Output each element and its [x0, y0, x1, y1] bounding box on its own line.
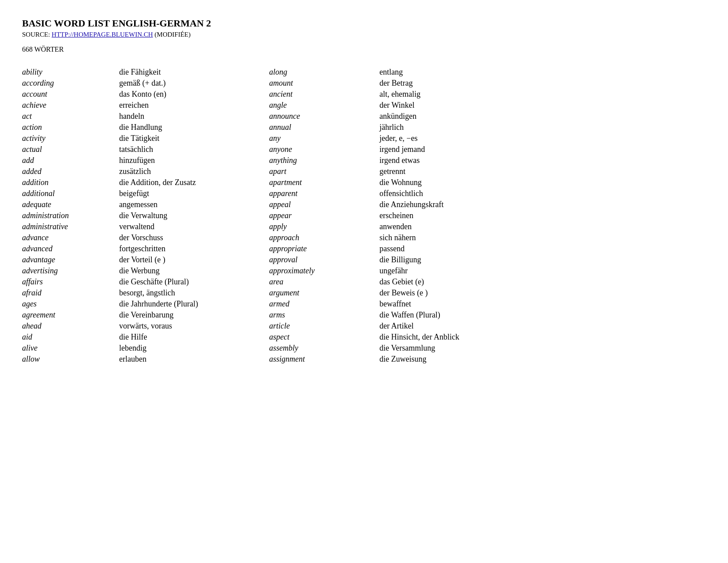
word-de-left: tatsächlich — [119, 145, 269, 154]
word-en-right: annual — [269, 123, 379, 132]
word-en-left: affairs — [22, 277, 119, 287]
source-link[interactable]: HTTP://HOMEPAGE.BLUEWIN.CH — [52, 31, 153, 38]
word-de-left: verwaltend — [119, 222, 269, 231]
word-en-right: approval — [269, 255, 379, 264]
word-en-left: act — [22, 112, 119, 121]
word-de-left: die Hilfe — [119, 333, 269, 342]
word-en-left: aid — [22, 333, 119, 342]
word-en-right: any — [269, 134, 379, 143]
word-de-left: die Verwaltung — [119, 211, 269, 220]
word-en-right: armed — [269, 299, 379, 309]
word-de-right: jeder, e, −es — [379, 134, 706, 143]
word-de-right: die Wohnung — [379, 178, 706, 187]
word-en-right: approach — [269, 233, 379, 242]
source-suffix: (MODIFIÉE) — [153, 31, 191, 38]
word-en-right: apply — [269, 222, 379, 231]
word-en-left: afraid — [22, 288, 119, 298]
word-de-right: die Hinsicht, der Anblick — [379, 333, 706, 342]
word-de-right: ungefähr — [379, 266, 706, 276]
word-en-right: assembly — [269, 344, 379, 353]
word-de-right: die Zuweisung — [379, 355, 706, 364]
word-de-left: zusätzlich — [119, 167, 269, 176]
word-de-right: sich nähern — [379, 233, 706, 242]
word-en-right: ancient — [269, 90, 379, 99]
word-de-left: die Fähigkeit — [119, 68, 269, 77]
word-en-right: anything — [269, 156, 379, 165]
word-de-right: bewaffnet — [379, 299, 706, 309]
word-en-left: alive — [22, 344, 119, 353]
word-en-right: arms — [269, 310, 379, 320]
word-de-left: der Vorschuss — [119, 233, 269, 242]
word-en-left: adequate — [22, 200, 119, 209]
word-en-left: advertising — [22, 266, 119, 276]
word-de-left: lebendig — [119, 344, 269, 353]
word-de-left: beigefügt — [119, 189, 269, 198]
word-en-left: advantage — [22, 255, 119, 264]
word-de-left: erreichen — [119, 101, 269, 110]
word-en-right: apparent — [269, 189, 379, 198]
word-en-left: administrative — [22, 222, 119, 231]
word-de-right: erscheinen — [379, 211, 706, 220]
word-en-right: appear — [269, 211, 379, 220]
word-de-right: irgend jemand — [379, 145, 706, 154]
word-en-right: approximately — [269, 266, 379, 276]
word-en-left: ahead — [22, 321, 119, 331]
word-de-right: jährlich — [379, 123, 706, 132]
word-de-right: passend — [379, 244, 706, 253]
word-de-left: gemäß (+ dat.) — [119, 79, 269, 88]
word-de-left: das Konto (en) — [119, 90, 269, 99]
word-en-left: according — [22, 79, 119, 88]
word-de-left: die Werbung — [119, 266, 269, 276]
word-de-right: das Gebiet (e) — [379, 277, 706, 287]
word-en-right: apartment — [269, 178, 379, 187]
word-de-right: der Winkel — [379, 101, 706, 110]
word-en-right: appeal — [269, 200, 379, 209]
word-en-right: announce — [269, 112, 379, 121]
word-en-right: amount — [269, 79, 379, 88]
source-prefix: SOURCE: — [22, 31, 52, 38]
source-line: SOURCE: HTTP://HOMEPAGE.BLUEWIN.CH (MODI… — [22, 31, 706, 38]
word-count: 668 WÖRTER — [22, 45, 706, 53]
word-de-right: entlang — [379, 68, 706, 77]
word-de-left: besorgt, ängstlich — [119, 288, 269, 298]
word-en-left: ages — [22, 299, 119, 309]
word-en-left: added — [22, 167, 119, 176]
word-en-right: apart — [269, 167, 379, 176]
word-de-left: die Geschäfte (Plural) — [119, 277, 269, 287]
word-de-left: angemessen — [119, 200, 269, 209]
word-de-right: getrennt — [379, 167, 706, 176]
word-en-right: appropriate — [269, 244, 379, 253]
word-en-right: aspect — [269, 333, 379, 342]
word-de-left: die Vereinbarung — [119, 310, 269, 320]
word-en-left: allow — [22, 355, 119, 364]
word-de-right: irgend etwas — [379, 156, 706, 165]
word-de-right: offensichtlich — [379, 189, 706, 198]
word-en-right: article — [269, 321, 379, 331]
word-de-left: fortgeschritten — [119, 244, 269, 253]
word-de-left: hinzufügen — [119, 156, 269, 165]
word-de-left: die Jahrhunderte (Plural) — [119, 299, 269, 309]
word-en-left: addition — [22, 178, 119, 187]
word-de-left: der Vorteil (e ) — [119, 255, 269, 264]
word-de-right: der Beweis (e ) — [379, 288, 706, 298]
word-de-left: die Tätigkeit — [119, 134, 269, 143]
word-en-right: angle — [269, 101, 379, 110]
word-de-right: der Artikel — [379, 321, 706, 331]
word-de-right: alt, ehemalig — [379, 90, 706, 99]
word-de-right: die Billigung — [379, 255, 706, 264]
word-en-left: ability — [22, 68, 119, 77]
word-en-right: assignment — [269, 355, 379, 364]
word-en-left: additional — [22, 189, 119, 198]
word-en-left: achieve — [22, 101, 119, 110]
word-en-left: action — [22, 123, 119, 132]
word-de-left: die Handlung — [119, 123, 269, 132]
word-en-right: along — [269, 68, 379, 77]
word-de-right: der Betrag — [379, 79, 706, 88]
word-de-right: anwenden — [379, 222, 706, 231]
word-de-right: die Waffen (Plural) — [379, 310, 706, 320]
word-de-left: handeln — [119, 112, 269, 121]
word-en-left: advance — [22, 233, 119, 242]
word-de-right: ankündigen — [379, 112, 706, 121]
word-en-left: agreement — [22, 310, 119, 320]
word-de-right: die Anziehungskraft — [379, 200, 706, 209]
